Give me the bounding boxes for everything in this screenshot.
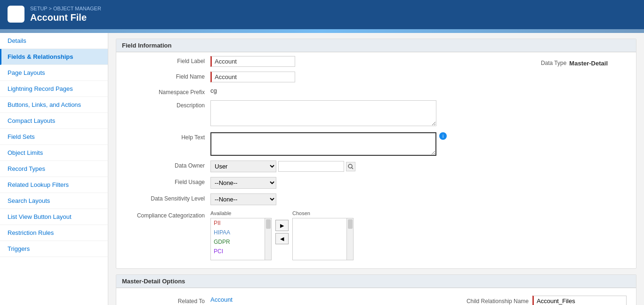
field-label-row: Field Label (116, 54, 636, 69)
namespace-prefix-label: Namespace Prefix (116, 87, 210, 96)
field-information-header: Field Information (116, 39, 636, 52)
help-text-row: Help Text i (116, 130, 636, 158)
master-detail-header: Master-Detail Options (116, 275, 636, 288)
sidebar-item-lightning-record-pages[interactable]: Lightning Record Pages (0, 81, 108, 97)
field-name-label: Field Name (116, 72, 210, 80)
available-box-container: Available PII HIPAA GDPR PCI (210, 210, 272, 260)
content-area: Field Information Data Type Master-Detai… (108, 33, 644, 305)
help-text-label: Help Text (116, 132, 210, 141)
header-text: SETUP > OBJECT MANAGER Account File (30, 6, 101, 23)
description-input[interactable] (210, 100, 436, 126)
description-row: Description (116, 98, 636, 130)
field-name-row: Field Name (116, 69, 636, 85)
sidebar-item-details[interactable]: Details (0, 33, 108, 49)
available-label: Available (210, 210, 272, 216)
chosen-box-container: Chosen (292, 210, 354, 260)
data-owner-control: User (210, 161, 636, 172)
sidebar-item-search-layouts[interactable]: Search Layouts (0, 193, 108, 209)
svg-line-5 (352, 168, 353, 169)
data-owner-row: Data Owner User (116, 158, 636, 175)
related-to-link[interactable]: Account (210, 296, 233, 303)
data-sensitivity-select[interactable]: --None-- (210, 193, 276, 205)
child-rel-container: Child Relationship Name (467, 296, 627, 305)
sidebar: DetailsFields & RelationshipsPage Layout… (0, 33, 108, 305)
available-item-hipaa[interactable]: HIPAA (211, 228, 265, 237)
namespace-prefix-control: cg (210, 87, 636, 94)
sidebar-item-field-sets[interactable]: Field Sets (0, 129, 108, 145)
available-list: PII HIPAA GDPR PCI (211, 218, 265, 260)
description-control (210, 100, 636, 128)
field-label-control (210, 56, 636, 67)
svg-rect-0 (12, 11, 16, 14)
namespace-prefix-row: Namespace Prefix cg (116, 85, 636, 98)
field-label-label: Field Label (116, 56, 210, 64)
compliance-cat-control: Available PII HIPAA GDPR PCI (210, 210, 636, 260)
sidebar-item-list-view-button-layout[interactable]: List View Button Layout (0, 209, 108, 225)
svg-rect-2 (12, 15, 16, 17)
field-usage-row: Field Usage --None-- (116, 175, 636, 191)
sidebar-item-record-types[interactable]: Record Types (0, 161, 108, 177)
data-sensitivity-label: Data Sensitivity Level (116, 193, 210, 202)
sidebar-item-related-lookup-filters[interactable]: Related Lookup Filters (0, 177, 108, 193)
sidebar-item-object-limits[interactable]: Object Limits (0, 145, 108, 161)
breadcrumb: SETUP > OBJECT MANAGER (30, 6, 101, 11)
chosen-scrollbar (346, 218, 353, 260)
data-sensitivity-row: Data Sensitivity Level --None-- (116, 191, 636, 208)
available-scrollbar (265, 218, 271, 260)
data-owner-search-input[interactable] (278, 161, 344, 172)
move-left-button[interactable]: ◀ (275, 233, 289, 244)
svg-rect-1 (16, 11, 20, 14)
description-label: Description (116, 100, 210, 109)
object-manager-link[interactable]: OBJECT MANAGER (53, 6, 101, 11)
app-icon (8, 6, 24, 23)
transfer-buttons: ▶ ◀ (275, 220, 289, 244)
data-owner-search-button[interactable] (346, 162, 355, 171)
data-sensitivity-control: --None-- (210, 193, 636, 205)
master-detail-section: Master-Detail Options Related To Account… (116, 274, 636, 305)
sidebar-item-triggers[interactable]: Triggers (0, 241, 108, 257)
main-layout: DetailsFields & RelationshipsPage Layout… (0, 33, 644, 305)
data-owner-inputs: User (210, 161, 627, 172)
data-owner-label: Data Owner (116, 161, 210, 169)
sidebar-item-compact-layouts[interactable]: Compact Layouts (0, 113, 108, 129)
available-item-pci[interactable]: PCI (211, 247, 265, 256)
sidebar-item-buttons-links-actions[interactable]: Buttons, Links, and Actions (0, 97, 108, 113)
related-to-label: Related To (116, 296, 210, 305)
field-label-input[interactable] (210, 56, 295, 67)
field-name-control (210, 72, 636, 82)
chosen-list (293, 218, 346, 260)
child-rel-name-input[interactable] (532, 296, 627, 305)
related-to-row: Related To Account Child Relationship Na… (116, 294, 636, 305)
field-name-input[interactable] (210, 72, 295, 82)
page-title: Account File (30, 12, 101, 23)
help-text-wrapper: i (210, 132, 627, 156)
field-information-body: Data Type Master-Detail Field Label Fiel… (116, 52, 636, 268)
field-information-section: Field Information Data Type Master-Detai… (116, 39, 636, 269)
sidebar-item-restriction-rules[interactable]: Restriction Rules (0, 225, 108, 241)
move-right-button[interactable]: ▶ (275, 220, 289, 231)
master-detail-body: Related To Account Child Relationship Na… (116, 288, 636, 305)
compliance-boxes: Available PII HIPAA GDPR PCI (210, 210, 627, 260)
namespace-prefix-value: cg (210, 86, 217, 94)
help-text-input[interactable] (210, 132, 436, 156)
top-header: SETUP > OBJECT MANAGER Account File (0, 0, 644, 29)
svg-rect-3 (16, 15, 20, 17)
compliance-cat-label: Compliance Categorization (116, 210, 210, 219)
sidebar-item-fields-relationships[interactable]: Fields & Relationships (0, 49, 108, 65)
chosen-label: Chosen (292, 210, 354, 216)
child-rel-name-label: Child Relationship Name (467, 298, 529, 305)
sidebar-item-page-layouts[interactable]: Page Layouts (0, 65, 108, 81)
wavy-divider (0, 29, 644, 33)
svg-point-4 (348, 164, 352, 168)
field-usage-select[interactable]: --None-- (210, 177, 276, 189)
field-usage-label: Field Usage (116, 177, 210, 185)
available-item-gdpr[interactable]: GDPR (211, 237, 265, 247)
compliance-cat-row: Compliance Categorization Available PII … (116, 208, 636, 263)
field-usage-control: --None-- (210, 177, 636, 189)
info-icon[interactable]: i (439, 132, 447, 140)
available-item-pii[interactable]: PII (211, 218, 265, 228)
data-owner-select[interactable]: User (210, 161, 276, 172)
help-text-control: i (210, 132, 636, 156)
